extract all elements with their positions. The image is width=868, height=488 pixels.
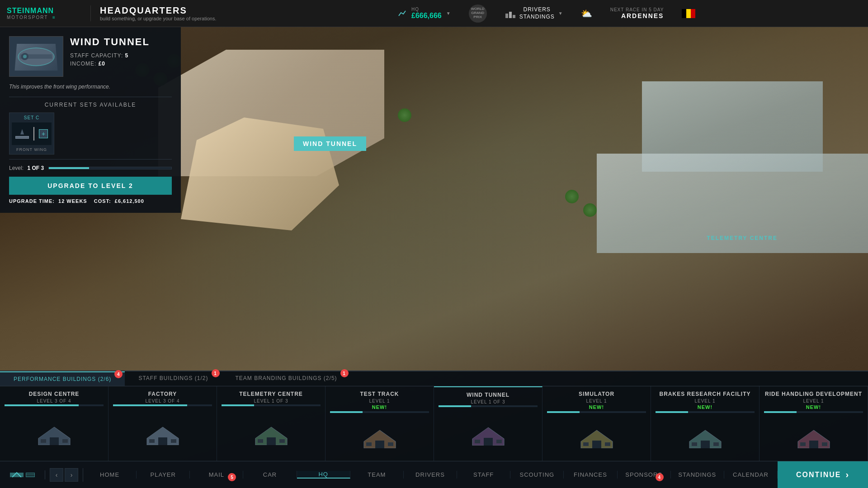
telemetry-map-label: TELEMETRY CENTRE bbox=[707, 235, 778, 241]
nav-item-team[interactable]: Team bbox=[350, 471, 404, 479]
tab-performance-buildings[interactable]: PERFORMANCE BUILDINGS (2/6) 4 bbox=[0, 371, 125, 386]
set-c-card[interactable]: SET C + FRONT WING bbox=[9, 113, 54, 155]
building-card-progress bbox=[113, 404, 212, 406]
next-race-area: NEXT RACE IN 5 DAY ARDENNES bbox=[610, 7, 664, 19]
nav-item-mail[interactable]: Mail5 bbox=[190, 471, 243, 479]
nav-arrows: ‹ › bbox=[45, 468, 83, 482]
svg-rect-19 bbox=[267, 437, 276, 445]
building-card-level: LEVEL 1 bbox=[369, 399, 390, 404]
building-card-brakes-research-facility[interactable]: Brakes Research Facility LEVEL 1 NEW! bbox=[651, 386, 760, 461]
building-card-level: LEVEL 1 OF 3 bbox=[471, 399, 505, 404]
building-card-simulator[interactable]: Simulator LEVEL 1 NEW! bbox=[542, 386, 651, 461]
page-subtitle: build something, or upgrade your base of… bbox=[100, 16, 216, 21]
nav-item-car[interactable]: Car bbox=[243, 471, 297, 479]
svg-rect-24 bbox=[375, 441, 384, 448]
building-card-design-centre[interactable]: Design Centre LEVEL 3 OF 4 bbox=[0, 386, 108, 461]
performance-badge: 4 bbox=[114, 370, 123, 378]
logo-name: STEINMANN bbox=[7, 7, 56, 15]
nav-item-drivers[interactable]: Drivers bbox=[404, 471, 457, 479]
building-svg bbox=[687, 423, 723, 448]
svg-rect-36 bbox=[605, 442, 610, 446]
svg-rect-34 bbox=[592, 441, 601, 448]
building-card-progress-fill bbox=[222, 404, 254, 406]
svg-rect-10 bbox=[41, 439, 46, 443]
weather-area: ⛅ bbox=[581, 8, 592, 19]
logo-area: STEINMANN MOTORSPORT ≡ bbox=[0, 7, 90, 20]
income-value: £0 bbox=[99, 61, 105, 67]
set-c-label: SET C bbox=[12, 115, 52, 120]
tab-staff-buildings[interactable]: STAFF BUILDINGS (1/2) 1 bbox=[125, 371, 222, 386]
building-svg bbox=[145, 420, 181, 445]
nav-item-standings[interactable]: Standings bbox=[671, 471, 724, 479]
staff-capacity-line: STAFF CAPACITY: 5 bbox=[70, 52, 150, 59]
bottom-buildings-bar: PERFORMANCE BUILDINGS (2/6) 4 STAFF BUIL… bbox=[0, 371, 868, 461]
building-card-ride-handling-development[interactable]: Ride Handling Development LEVEL 1 NEW! bbox=[760, 386, 868, 461]
tab-staff-label: STAFF BUILDINGS (1/2) bbox=[138, 375, 208, 381]
building-card-progress-fill bbox=[656, 411, 688, 413]
hq-balance-area[interactable]: HQ £666,666 ▼ bbox=[398, 7, 451, 20]
nav-prev-arrow[interactable]: ‹ bbox=[50, 468, 63, 482]
tree bbox=[398, 108, 411, 122]
svg-rect-35 bbox=[583, 442, 589, 446]
next-race-location: ARDENNES bbox=[610, 12, 664, 19]
bottom-tabs: PERFORMANCE BUILDINGS (2/6) 4 STAFF BUIL… bbox=[0, 371, 868, 386]
svg-rect-14 bbox=[158, 437, 167, 445]
building-card-progress-fill bbox=[764, 411, 797, 413]
income-label: INCOME: bbox=[70, 61, 96, 67]
belgium-flag bbox=[682, 9, 695, 18]
nav-item-sponsors[interactable]: Sponsors4 bbox=[618, 471, 671, 479]
divider-2 bbox=[9, 159, 172, 160]
logo-sub-text: MOTORSPORT bbox=[7, 15, 48, 20]
nav-next-arrow[interactable]: › bbox=[65, 468, 78, 482]
building-description: This improves the front wing performance… bbox=[9, 84, 172, 90]
building-card-test-track[interactable]: Test Track LEVEL 1 NEW! bbox=[326, 386, 434, 461]
building-card-name: Brakes Research Facility bbox=[659, 391, 750, 397]
nav-item-player[interactable]: Player bbox=[137, 471, 190, 479]
bottom-nav: ‹ › HomePlayerMail5CarHQTeamDriversStaff… bbox=[0, 461, 868, 488]
nav-item-calendar[interactable]: Calendar bbox=[724, 471, 778, 479]
svg-rect-46 bbox=[822, 442, 827, 446]
building-card-progress bbox=[330, 411, 429, 413]
building-card-image bbox=[113, 408, 212, 456]
nav-item-hq[interactable]: HQ bbox=[297, 471, 350, 479]
nav-item-home[interactable]: Home bbox=[83, 471, 137, 479]
tab-performance-label: PERFORMANCE BUILDINGS (2/6) bbox=[14, 376, 111, 382]
building-thumbnail bbox=[9, 36, 63, 77]
svg-rect-31 bbox=[496, 440, 502, 443]
svg-rect-0 bbox=[505, 14, 508, 18]
upgrade-button[interactable]: UPGRADE TO LEVEL 2 bbox=[9, 177, 172, 195]
hq-balance: £666,666 bbox=[411, 12, 442, 20]
world-icon: WORLDGRANDPRIX bbox=[469, 5, 487, 23]
current-sets-label: CURRENT SETS AVAILABLE bbox=[9, 102, 172, 108]
svg-rect-2 bbox=[513, 15, 515, 18]
svg-rect-39 bbox=[701, 441, 710, 448]
drivers-standings-button[interactable]: DRIVERSSTANDINGS ▼ bbox=[505, 6, 563, 20]
continue-arrow-icon: › bbox=[845, 469, 849, 480]
wing-part-left bbox=[20, 129, 24, 135]
wind-tunnel-map-label[interactable]: WIND TUNNEL bbox=[294, 136, 366, 151]
svg-rect-44 bbox=[809, 441, 818, 448]
svg-rect-1 bbox=[509, 12, 512, 18]
building-card-progress-fill bbox=[439, 405, 471, 407]
building-card-wind-tunnel[interactable]: Wind Tunnel LEVEL 1 OF 3 bbox=[434, 386, 542, 461]
building-card-image bbox=[222, 408, 321, 456]
level-label: Level: 1 OF 3 bbox=[9, 165, 44, 171]
level-prefix: Level: bbox=[9, 165, 24, 171]
building-card-telemetry-centre[interactable]: Telemetry Centre LEVEL 1 OF 3 bbox=[217, 386, 326, 461]
tab-team-branding[interactable]: TEAM BRANDING BUILDINGS (2/5) 1 bbox=[222, 371, 351, 386]
building-card-progress-fill bbox=[113, 404, 187, 406]
building-card-factory[interactable]: Factory LEVEL 3 OF 4 bbox=[108, 386, 217, 461]
nav-item-staff[interactable]: Staff bbox=[457, 471, 510, 479]
world-grand-prix-badge[interactable]: WORLDGRANDPRIX bbox=[469, 5, 487, 23]
nav-logo bbox=[0, 470, 45, 479]
nav-logo-icon-2 bbox=[26, 472, 35, 478]
building-svg bbox=[470, 421, 506, 446]
building-card-new: NEW! bbox=[372, 404, 387, 410]
svg-rect-29 bbox=[484, 438, 493, 446]
staff-capacity-value: 5 bbox=[125, 52, 129, 59]
nav-item-finances[interactable]: Finances bbox=[564, 471, 617, 479]
nav-item-scouting[interactable]: Scouting bbox=[510, 471, 564, 479]
building-card-name: Factory bbox=[148, 391, 177, 397]
building-card-image bbox=[764, 415, 863, 456]
continue-button[interactable]: Continue › bbox=[778, 461, 868, 488]
